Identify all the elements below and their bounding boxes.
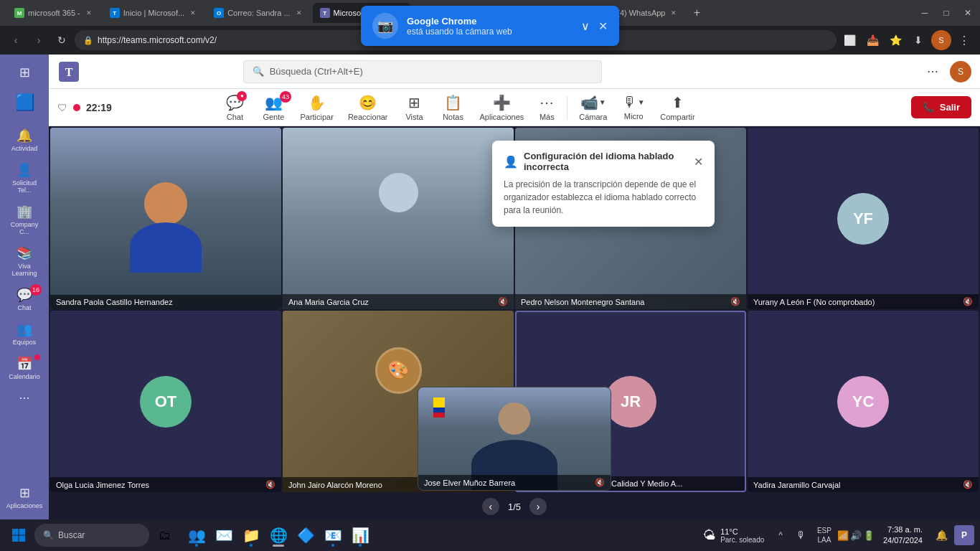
participate-label: Participar [300,113,333,121]
lang-popup-title: Configuración del idioma hablado incorre… [524,151,688,172]
bookmark-button[interactable]: ⭐ [885,30,905,50]
sidebar-item-more[interactable]: ··· [4,386,44,410]
next-page-button[interactable]: › [529,498,547,515]
taskbar-excel-app[interactable]: 📊 [347,522,373,548]
tab-close-inicio[interactable]: ✕ [188,8,198,18]
taskbar-teams-app[interactable]: 👥 [184,522,209,548]
taskbar-explorer-app[interactable]: 📁 [238,522,264,548]
minimize-button[interactable]: ─ [915,4,934,22]
taskbar-search-text: Buscar [58,530,85,540]
teams-icon: 🟦 [15,93,34,112]
end-call-button[interactable]: 📞 Salir [911,96,971,118]
profile-button[interactable]: S [931,30,951,50]
camera-notification-subtitle: está usando la cámara web [407,27,573,37]
download-button[interactable]: ⬇ [908,30,928,50]
notification-bell[interactable]: 🔔 [931,525,951,545]
calendario-label: Calendario [9,373,40,380]
taskbar-widget-button[interactable]: 🗂 [152,522,178,548]
taskbar-locale[interactable]: ESP LAA [814,526,834,545]
camera-notification-close[interactable]: ✕ [598,19,608,33]
tab-favicon-teams: T [320,8,330,18]
more-toolbar-label: Más [540,113,555,121]
mic-icon: 🎙 [623,94,637,110]
sidebar-item-actividad[interactable]: 🔔 Actividad [4,123,44,156]
chat-label: Chat [17,304,31,311]
tab-inicio[interactable]: T Inicio | Microsof... ✕ [103,3,205,23]
header-profile-avatar[interactable]: S [950,61,971,83]
bell-icon: 🔔 [936,529,948,541]
tab-close-wa2[interactable]: ✕ [669,8,679,18]
screenshot-button[interactable]: 📥 [862,30,882,50]
sidebar-item-grid[interactable]: ⊞ [4,60,44,85]
toolbar-more-button[interactable]: ⋯ Más [532,91,561,124]
tab-close-m365[interactable]: ✕ [84,8,94,18]
toolbar-chat-button[interactable]: 💬 ● Chat [217,91,253,124]
participant-name-pedro: Pedro Nelson Montenegro Santana 🔇 [515,294,746,309]
chat-toolbar-label: Chat [227,113,243,121]
teams-search-box[interactable]: 🔍 Búsqueda (Ctrl+Alt+E) [243,60,602,83]
corner-widget[interactable]: P [954,525,974,545]
toolbar-react-button[interactable]: 😊 Reaccionar [342,91,394,124]
maximize-button[interactable]: □ [937,4,956,22]
taskbar-weather[interactable]: 🌤 11°C Parc. soleado [697,527,770,544]
teams-logo: T [57,60,80,83]
notes-icon: 📋 [444,94,462,111]
forward-button[interactable]: › [29,30,49,50]
toolbar-notes-button[interactable]: 📋 Notas [435,91,471,124]
sidebar-item-company[interactable]: 🏢 Company C... [4,199,44,240]
self-view-mic-icon: 🔇 [595,478,605,487]
taskbar-chrome-app[interactable]: 🌐 [265,522,291,548]
toolbar-camera-button[interactable]: 📹 ▼ Cámara [573,91,613,124]
toolbar-apps-button[interactable]: ➕ Aplicaciones [474,91,530,124]
sidebar-item-calendario[interactable]: 📅 Calendario [4,352,44,385]
teams-main: T 🔍 Búsqueda (Ctrl+Alt+E) ⋯ S 🛡 22:19 [49,55,980,519]
taskbar-date: 24/07/2024 [883,535,923,546]
taskbar-mail-app[interactable]: ✉️ [211,522,237,548]
sidebar-item-equipos[interactable]: 👥 Equipos [4,317,44,350]
toolbar-participate-button[interactable]: ✋ Participar [294,91,339,124]
tab-close-correo[interactable]: ✕ [294,8,304,18]
sidebar-item-chat[interactable]: 💬 Chat 16 [4,283,44,316]
prev-page-button[interactable]: ‹ [482,498,499,515]
sidebar-item-solicitud[interactable]: 👤 Solicitud Tel... [4,158,44,198]
toolbar-people-button[interactable]: 👥 43 Gente [255,91,291,124]
sidebar-item-viva[interactable]: 📚 Viva Learning [4,241,44,281]
cast-button[interactable]: ⬜ [839,30,859,50]
reload-button[interactable]: ↻ [52,30,72,50]
menu-button[interactable]: ⋮ [954,30,974,50]
teams-header: T 🔍 Búsqueda (Ctrl+Alt+E) ⋯ S [49,55,980,89]
tab-microsoft365[interactable]: M microsoft 365 - ✕ [7,3,101,23]
taskbar-mic-icon: 🎙 [796,529,806,541]
back-button[interactable]: ‹ [6,30,26,50]
expand-tray-icon: ^ [778,530,783,540]
svg-rect-5 [19,536,26,542]
taskbar-search[interactable]: 🔍 Buscar [34,524,149,547]
self-view-name-bar: Jose Elver Muñoz Barrera 🔇 [418,475,611,490]
sidebar-item-aplicaciones[interactable]: ⊞ Aplicaciones [4,481,44,514]
taskbar-outlook-app[interactable]: 📧 [320,522,346,548]
calendario-icon: 📅 [17,356,32,372]
taskbar-clock[interactable]: 7:38 a. m. 24/07/2024 [877,524,928,547]
svg-text:T: T [65,66,73,78]
toolbar-view-button[interactable]: ⊞ Vista [397,91,433,124]
calendario-dot [34,354,40,360]
lang-popup-close-button[interactable]: ✕ [694,155,703,169]
grid-icon: ⊞ [19,65,30,80]
teams-logo-icon[interactable]: 🟦 [4,89,44,116]
system-tray[interactable]: ^ [773,530,788,540]
toolbar-mic-button[interactable]: 🎙 ▼ Micro [616,91,651,123]
tab-correo[interactable]: O Correo: Sandra ... ✕ [207,3,311,23]
close-button[interactable]: ✕ [958,4,977,22]
header-more-button[interactable]: ⋯ [921,60,944,83]
lang-popup-icon: 👤 [504,155,518,169]
mic-label: Micro [624,112,644,121]
start-button[interactable] [6,522,32,548]
svg-rect-4 [12,536,19,542]
camera-notification-arrow[interactable]: ∨ [581,19,590,33]
svg-rect-3 [19,529,26,535]
taskbar-mic-indicator[interactable]: 🎙 [791,525,811,545]
new-tab-button[interactable]: + [687,4,706,22]
toolbar-share-button[interactable]: ⬆ Compartir [654,91,700,124]
taskbar-edge-app[interactable]: 🔷 [293,522,319,548]
network-sound-icons[interactable]: 📶 🔊 🔋 [837,530,875,541]
